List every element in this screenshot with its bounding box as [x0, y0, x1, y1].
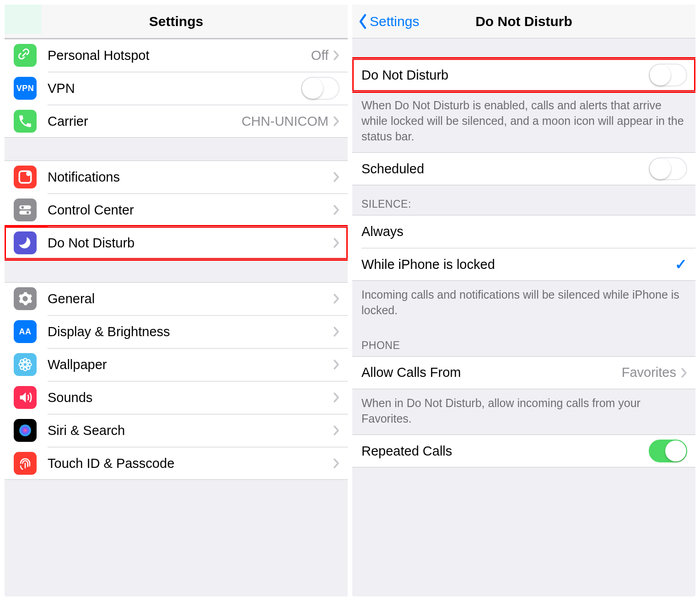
- svg-point-11: [20, 360, 23, 363]
- silence-locked-label: While iPhone is locked: [361, 257, 675, 272]
- chevron-left-icon: [358, 13, 368, 30]
- notifications-icon: [14, 166, 37, 188]
- personal-hotspot-value: Off: [311, 48, 328, 63]
- svg-point-3: [22, 206, 24, 209]
- section-header: SILENCE:: [352, 185, 695, 215]
- carrier-value: CHN-UNICOM: [242, 114, 328, 129]
- chevron-right-icon: [333, 425, 339, 436]
- chevron-right-icon: [681, 367, 687, 378]
- siri-icon: [14, 419, 37, 442]
- settings-row-siri-search[interactable]: Siri & Search: [5, 414, 348, 447]
- chevron-right-icon: [333, 50, 339, 61]
- settings-row-display-brightness[interactable]: AA Display & Brightness: [5, 315, 348, 348]
- chevron-right-icon: [333, 293, 339, 304]
- row-dnd-master[interactable]: Do Not Disturb: [352, 59, 695, 91]
- fingerprint-icon: [14, 452, 37, 475]
- settings-row-vpn[interactable]: VPN VPN: [5, 72, 348, 105]
- settings-row-control-center[interactable]: Control Center: [5, 193, 348, 226]
- row-silence-always[interactable]: Always: [352, 215, 695, 248]
- chevron-right-icon: [333, 116, 339, 127]
- allow-calls-from-value: Favorites: [622, 365, 676, 380]
- chevron-right-icon: [333, 237, 339, 248]
- sounds-label: Sounds: [48, 390, 333, 405]
- settings-row-wallpaper[interactable]: Wallpaper: [5, 348, 348, 381]
- svg-point-14: [27, 366, 30, 370]
- carrier-label: Carrier: [48, 114, 242, 129]
- chevron-right-icon: [333, 172, 339, 182]
- checkmark-icon: ✓: [675, 256, 687, 273]
- do-not-disturb-label: Do Not Disturb: [48, 236, 333, 251]
- svg-point-12: [27, 360, 30, 363]
- siri-search-label: Siri & Search: [48, 423, 333, 438]
- repeated-calls-toggle[interactable]: [649, 440, 687, 462]
- row-repeated-calls[interactable]: Repeated Calls: [352, 435, 695, 467]
- settings-list: Personal Hotspot Off VPN VPN Carrier CHN…: [5, 38, 348, 596]
- chevron-right-icon: [333, 359, 339, 370]
- silence-always-label: Always: [361, 224, 687, 239]
- control-center-label: Control Center: [48, 203, 333, 218]
- allow-calls-from-label: Allow Calls From: [361, 365, 622, 380]
- display-brightness-label: Display & Brightness: [48, 324, 333, 339]
- control-center-icon: [14, 199, 37, 221]
- settings-row-general[interactable]: General: [5, 282, 348, 315]
- notifications-label: Notifications: [48, 170, 333, 185]
- row-allow-calls-from[interactable]: Allow Calls From Favorites: [352, 356, 695, 389]
- dnd-list: Do Not Disturb When Do Not Disturb is en…: [352, 38, 695, 596]
- dnd-master-toggle[interactable]: [649, 64, 687, 86]
- settings-row-notifications[interactable]: Notifications: [5, 161, 348, 193]
- back-button[interactable]: Settings: [352, 13, 419, 30]
- settings-row-sounds[interactable]: Sounds: [5, 381, 348, 414]
- vpn-label: VPN: [48, 81, 301, 96]
- svg-rect-4: [19, 210, 31, 215]
- settings-title: Settings: [5, 14, 348, 29]
- settings-row-touchid-passcode[interactable]: Touch ID & Passcode: [5, 447, 348, 480]
- repeated-calls-label: Repeated Calls: [361, 444, 649, 459]
- svg-point-15: [19, 424, 31, 436]
- vpn-toggle[interactable]: [301, 77, 339, 100]
- chevron-right-icon: [333, 458, 339, 469]
- settings-row-carrier[interactable]: Carrier CHN-UNICOM: [5, 105, 348, 138]
- dnd-pane: Settings Do Not Disturb Do Not Disturb W…: [352, 5, 695, 596]
- settings-pane: Settings Personal Hotspot Off VPN VPN Ca…: [5, 5, 348, 596]
- svg-rect-2: [19, 205, 31, 209]
- link-icon: [14, 44, 37, 67]
- gear-icon: [14, 287, 37, 310]
- vpn-icon: VPN: [14, 77, 37, 100]
- svg-point-1: [26, 172, 31, 176]
- svg-point-13: [20, 366, 23, 370]
- row-scheduled[interactable]: Scheduled: [352, 152, 695, 185]
- wallpaper-label: Wallpaper: [48, 357, 333, 372]
- dnd-header: Settings Do Not Disturb: [352, 5, 695, 38]
- sounds-icon: [14, 386, 37, 409]
- settings-header: Settings: [5, 5, 348, 38]
- display-icon: AA: [14, 320, 37, 343]
- moon-icon: [14, 231, 37, 254]
- section-header: PHONE: [352, 327, 695, 356]
- svg-point-5: [27, 211, 29, 214]
- phone-icon: [14, 110, 37, 133]
- scheduled-label: Scheduled: [361, 161, 649, 177]
- row-silence-locked[interactable]: While iPhone is locked ✓: [352, 248, 695, 281]
- wallpaper-icon: [14, 353, 37, 376]
- personal-hotspot-label: Personal Hotspot: [48, 48, 311, 63]
- chevron-right-icon: [333, 392, 339, 403]
- back-label: Settings: [370, 14, 419, 29]
- settings-row-personal-hotspot[interactable]: Personal Hotspot Off: [5, 39, 348, 72]
- section-footer: When in Do Not Disturb, allow incoming c…: [352, 389, 695, 435]
- touchid-passcode-label: Touch ID & Passcode: [48, 456, 333, 471]
- dnd-master-label: Do Not Disturb: [361, 68, 649, 83]
- settings-row-do-not-disturb[interactable]: Do Not Disturb: [5, 226, 348, 259]
- scheduled-toggle[interactable]: [649, 157, 687, 180]
- section-footer: Incoming calls and notifications will be…: [352, 281, 695, 327]
- general-label: General: [48, 291, 333, 306]
- chevron-right-icon: [333, 204, 339, 215]
- svg-point-6: [23, 363, 27, 367]
- chevron-right-icon: [333, 326, 339, 337]
- section-footer: When Do Not Disturb is enabled, calls an…: [352, 91, 695, 152]
